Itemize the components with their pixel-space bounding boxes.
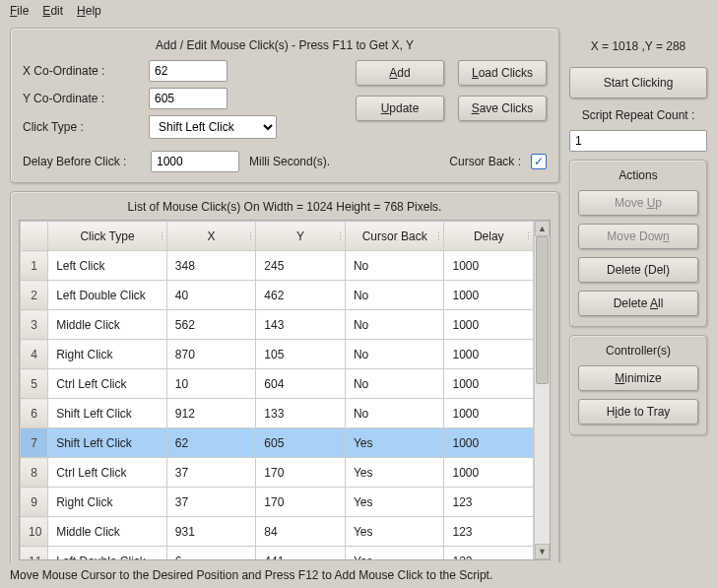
cell-y[interactable]: 170 bbox=[256, 488, 346, 517]
cell-clicktype[interactable]: Ctrl Left Click bbox=[48, 458, 167, 488]
cell-cursorback[interactable]: No bbox=[345, 369, 444, 399]
row-number[interactable]: 7 bbox=[21, 428, 48, 458]
scroll-down-icon[interactable]: ▼ bbox=[535, 544, 550, 559]
cell-cursorback[interactable]: Yes bbox=[345, 428, 444, 458]
cell-delay[interactable]: 1000 bbox=[444, 310, 534, 340]
table-row[interactable]: 7Shift Left Click62605Yes1000 bbox=[21, 428, 534, 458]
table-row[interactable]: 5Ctrl Left Click10604No1000 bbox=[21, 369, 534, 399]
cell-x[interactable]: 62 bbox=[166, 428, 256, 458]
cell-cursorback[interactable]: Yes bbox=[345, 458, 444, 488]
cell-delay[interactable]: 1000 bbox=[444, 399, 534, 428]
clicktype-select[interactable]: Shift Left Click bbox=[149, 115, 277, 139]
cell-x[interactable]: 37 bbox=[166, 458, 256, 488]
row-number[interactable]: 1 bbox=[21, 251, 48, 281]
cell-x[interactable]: 931 bbox=[166, 517, 256, 547]
cell-x[interactable]: 348 bbox=[166, 251, 256, 281]
col-y[interactable]: Y⋮ bbox=[256, 222, 346, 251]
cell-delay[interactable]: 1000 bbox=[444, 281, 534, 310]
table-row[interactable]: 11Left Double Click6441Yes123 bbox=[21, 547, 534, 560]
row-number[interactable]: 2 bbox=[21, 281, 48, 310]
move-down-button[interactable]: Move Down bbox=[578, 224, 698, 249]
repeat-input[interactable] bbox=[569, 130, 707, 152]
table-row[interactable]: 2Left Double Click40462No1000 bbox=[21, 281, 534, 310]
col-cursorback[interactable]: Cursor Back⋮ bbox=[345, 222, 444, 251]
cell-y[interactable]: 245 bbox=[256, 251, 346, 281]
cell-y[interactable]: 84 bbox=[256, 517, 346, 547]
cell-delay[interactable]: 1000 bbox=[444, 340, 534, 369]
cell-x[interactable]: 40 bbox=[166, 281, 256, 310]
cell-x[interactable]: 6 bbox=[166, 547, 256, 560]
cell-clicktype[interactable]: Ctrl Left Click bbox=[48, 369, 167, 399]
delete-button[interactable]: Delete (Del) bbox=[578, 257, 698, 283]
x-input[interactable] bbox=[149, 60, 228, 82]
col-x[interactable]: X⋮ bbox=[166, 222, 256, 251]
scroll-up-icon[interactable]: ▲ bbox=[535, 221, 550, 236]
cell-clicktype[interactable]: Left Click bbox=[48, 251, 167, 281]
cell-y[interactable]: 143 bbox=[256, 310, 346, 340]
cell-y[interactable]: 105 bbox=[256, 340, 346, 369]
y-input[interactable] bbox=[149, 88, 228, 109]
cell-clicktype[interactable]: Left Double Click bbox=[48, 547, 167, 560]
cell-cursorback[interactable]: No bbox=[345, 251, 444, 281]
cell-clicktype[interactable]: Shift Left Click bbox=[48, 428, 167, 458]
cell-clicktype[interactable]: Middle Click bbox=[48, 517, 167, 547]
cell-cursorback[interactable]: Yes bbox=[345, 517, 444, 547]
table-row[interactable]: 6Shift Left Click912133No1000 bbox=[21, 399, 534, 428]
cell-cursorback[interactable]: Yes bbox=[345, 488, 444, 517]
vertical-scrollbar[interactable]: ▲ ▼ bbox=[534, 221, 550, 559]
cell-delay[interactable]: 123 bbox=[444, 488, 534, 517]
cell-cursorback[interactable]: No bbox=[345, 340, 444, 369]
cell-delay[interactable]: 1000 bbox=[444, 428, 534, 458]
menu-help[interactable]: Help bbox=[77, 4, 101, 18]
row-number[interactable]: 11 bbox=[21, 547, 48, 560]
table-row[interactable]: 1Left Click348245No1000 bbox=[21, 251, 534, 281]
cell-clicktype[interactable]: Shift Left Click bbox=[48, 399, 167, 428]
table-row[interactable]: 3Middle Click562143No1000 bbox=[21, 310, 534, 340]
add-button[interactable]: Add bbox=[356, 60, 444, 86]
cell-delay[interactable]: 1000 bbox=[444, 251, 534, 281]
row-number[interactable]: 5 bbox=[21, 369, 48, 399]
load-clicks-button[interactable]: Load Clicks bbox=[458, 60, 547, 86]
cell-y[interactable]: 133 bbox=[256, 399, 346, 428]
cell-y[interactable]: 170 bbox=[256, 458, 346, 488]
col-delay[interactable]: Delay⋮ bbox=[444, 222, 534, 251]
cell-clicktype[interactable]: Right Click bbox=[48, 488, 167, 517]
update-button[interactable]: Update bbox=[356, 96, 444, 121]
cell-delay[interactable]: 1000 bbox=[444, 369, 534, 399]
cursorback-checkbox[interactable]: ✓ bbox=[531, 154, 547, 169]
cell-y[interactable]: 604 bbox=[256, 369, 346, 399]
cell-x[interactable]: 10 bbox=[166, 369, 256, 399]
cell-cursorback[interactable]: No bbox=[345, 399, 444, 428]
delay-input[interactable] bbox=[151, 151, 239, 172]
row-number[interactable]: 8 bbox=[21, 458, 48, 488]
cell-delay[interactable]: 123 bbox=[444, 547, 534, 560]
row-number[interactable]: 3 bbox=[21, 310, 48, 340]
cell-delay[interactable]: 1000 bbox=[444, 458, 534, 488]
scroll-thumb[interactable] bbox=[536, 236, 549, 384]
minimize-button[interactable]: Minimize bbox=[578, 365, 698, 391]
row-number[interactable]: 9 bbox=[21, 488, 48, 517]
cell-clicktype[interactable]: Left Double Click bbox=[48, 281, 167, 310]
cell-cursorback[interactable]: Yes bbox=[345, 547, 444, 560]
cell-clicktype[interactable]: Middle Click bbox=[48, 310, 167, 340]
cell-clicktype[interactable]: Right Click bbox=[48, 340, 167, 369]
hide-to-tray-button[interactable]: Hide to Tray bbox=[578, 399, 698, 425]
cell-x[interactable]: 912 bbox=[166, 399, 256, 428]
row-number[interactable]: 6 bbox=[21, 399, 48, 428]
cell-delay[interactable]: 123 bbox=[444, 517, 534, 547]
cell-x[interactable]: 37 bbox=[166, 488, 256, 517]
cell-y[interactable]: 605 bbox=[256, 428, 346, 458]
delete-all-button[interactable]: Delete All bbox=[578, 291, 698, 316]
col-rownum[interactable] bbox=[21, 222, 48, 251]
save-clicks-button[interactable]: Save Clicks bbox=[458, 96, 547, 121]
start-clicking-button[interactable]: Start Clicking bbox=[569, 67, 707, 98]
table-row[interactable]: 4Right Click870105No1000 bbox=[21, 340, 534, 369]
move-up-button[interactable]: Move Up bbox=[578, 190, 698, 216]
cell-cursorback[interactable]: No bbox=[345, 281, 444, 310]
cell-cursorback[interactable]: No bbox=[345, 310, 444, 340]
cell-x[interactable]: 562 bbox=[166, 310, 256, 340]
cell-y[interactable]: 441 bbox=[256, 547, 346, 560]
menu-edit[interactable]: Edit bbox=[42, 4, 63, 18]
table-row[interactable]: 9Right Click37170Yes123 bbox=[21, 488, 534, 517]
table-row[interactable]: 8Ctrl Left Click37170Yes1000 bbox=[21, 458, 534, 488]
